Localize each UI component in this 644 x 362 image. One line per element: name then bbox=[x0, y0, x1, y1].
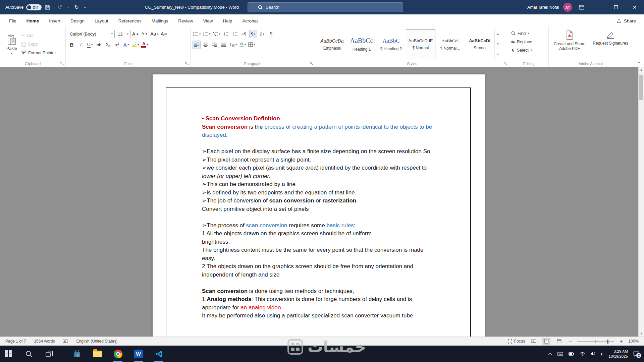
styles-gallery-more-button[interactable]: ▼ bbox=[495, 49, 501, 59]
tab-acrobat[interactable]: Acrobat bbox=[237, 14, 263, 27]
microsoft-store-button[interactable] bbox=[69, 346, 85, 362]
redo-button[interactable]: ↻ bbox=[70, 0, 83, 14]
highlight-color-button[interactable]: ▾ bbox=[131, 41, 140, 49]
undo-caret-icon[interactable]: ▾ bbox=[66, 6, 70, 9]
style-normal-alt[interactable]: AaBbCcI¶ Normal... bbox=[435, 29, 465, 59]
sort-button[interactable]: AZ↓ bbox=[258, 30, 266, 38]
avatar[interactable]: AT bbox=[563, 3, 572, 12]
zoom-slider[interactable] bbox=[577, 338, 614, 345]
bullets-button[interactable]: ▾ bbox=[193, 30, 201, 38]
paragraph-dialog-launcher[interactable] bbox=[310, 62, 313, 65]
superscript-button[interactable]: x2 bbox=[113, 41, 121, 49]
zoom-level[interactable]: 100% bbox=[628, 339, 639, 344]
search-box[interactable]: Search bbox=[248, 2, 403, 12]
start-button[interactable] bbox=[0, 346, 16, 362]
style-strong[interactable]: AaBbCcDiStrong bbox=[465, 29, 494, 59]
proofing-errors-icon[interactable] bbox=[63, 339, 68, 343]
replace-button[interactable]: ⇆ Replace bbox=[511, 38, 546, 46]
multilevel-list-button[interactable]: ▾ bbox=[212, 30, 221, 38]
styles-dialog-launcher[interactable] bbox=[504, 62, 507, 65]
doc-paragraph[interactable]: ➢is defined by its two endpoints and the… bbox=[202, 189, 435, 197]
wifi-icon[interactable] bbox=[580, 352, 585, 356]
tab-file[interactable]: File bbox=[4, 14, 21, 27]
share-button[interactable]: Share bbox=[616, 18, 636, 23]
input-language-indicator[interactable]: ع bbox=[601, 351, 603, 356]
font-color-button[interactable]: A ▾ bbox=[141, 41, 149, 49]
focus-button[interactable]: Focus bbox=[508, 339, 525, 344]
doc-paragraph[interactable]: ➢The pixel cannot represent a single poi… bbox=[202, 156, 435, 164]
scroll-up-arrow-icon[interactable]: ▲ bbox=[639, 67, 644, 73]
doc-paragraph[interactable]: Convert primitive object into a set of p… bbox=[202, 205, 435, 214]
change-case-button[interactable]: Aa▾ bbox=[150, 30, 159, 38]
create-share-pdf-button[interactable]: Create and Share Adobe PDF bbox=[551, 31, 588, 51]
doc-paragraph[interactable]: The brightness content must be the same … bbox=[202, 246, 435, 262]
battery-icon[interactable] bbox=[569, 352, 574, 356]
doc-paragraph[interactable]: ➢Each pixel on the display surface has a… bbox=[202, 147, 435, 156]
subscript-button[interactable]: x2 bbox=[104, 41, 112, 49]
style-emphasis[interactable]: AaBbCcDaEmphasis bbox=[317, 29, 347, 59]
borders-button[interactable]: ▾ bbox=[248, 41, 256, 49]
doc-paragraph[interactable]: ➢we consider each pixel (as unit square … bbox=[202, 164, 435, 180]
increase-indent-button[interactable] bbox=[231, 30, 239, 38]
shading-button[interactable]: ▾ bbox=[238, 41, 247, 49]
doc-paragraph[interactable]: ➢This can be demonstrated by a line bbox=[202, 180, 435, 189]
vscode-button[interactable] bbox=[151, 346, 167, 362]
tab-home[interactable]: Home bbox=[21, 14, 44, 27]
request-signatures-button[interactable]: Request Signatures bbox=[592, 31, 629, 51]
align-left-button[interactable] bbox=[193, 41, 201, 49]
user-name[interactable]: Amal Tarek Nofal bbox=[527, 5, 559, 10]
doc-paragraph[interactable] bbox=[202, 139, 435, 148]
quick-access-caret-icon[interactable]: ▾ bbox=[83, 6, 87, 9]
zoom-slider-thumb[interactable] bbox=[607, 340, 608, 344]
tab-design[interactable]: Design bbox=[65, 14, 90, 27]
language-indicator[interactable]: English (United States) bbox=[76, 339, 117, 344]
tray-expand-button[interactable] bbox=[548, 353, 552, 355]
styles-scroll-down-button[interactable]: ▼ bbox=[495, 39, 501, 49]
taskbar-search-button[interactable] bbox=[20, 346, 37, 362]
word-button[interactable]: W bbox=[130, 346, 147, 362]
tab-mailings[interactable]: Mailings bbox=[147, 14, 173, 27]
show-formatting-marks-button[interactable]: ¶ bbox=[267, 30, 275, 38]
web-layout-button[interactable] bbox=[555, 338, 563, 345]
zoom-out-button[interactable]: – bbox=[568, 339, 573, 344]
tab-view[interactable]: View bbox=[198, 14, 218, 27]
find-button[interactable]: Find▾ bbox=[511, 29, 546, 38]
style-heading-2[interactable]: AaBbC¶ Heading 2 bbox=[376, 29, 406, 59]
strikethrough-button[interactable]: ab bbox=[95, 41, 103, 49]
doc-paragraph[interactable]: brightness. bbox=[202, 238, 435, 246]
styles-scroll-up-button[interactable]: ▲ bbox=[495, 29, 501, 39]
file-explorer-button[interactable] bbox=[89, 346, 106, 362]
ltr-paragraph-button[interactable]: ¶▸ bbox=[249, 30, 257, 38]
paste-button[interactable]: Paste ▾ bbox=[2, 29, 21, 60]
doc-paragraph[interactable] bbox=[202, 279, 435, 287]
close-button[interactable]: ✕ bbox=[625, 0, 644, 14]
volume-icon[interactable] bbox=[590, 352, 595, 356]
font-size-combo[interactable]: 12▾ bbox=[116, 30, 130, 38]
select-button[interactable]: Select▾ bbox=[511, 46, 546, 54]
doc-paragraph[interactable]: Scan conversion is the process of creati… bbox=[202, 123, 435, 139]
touch-keyboard-button[interactable] bbox=[557, 352, 563, 356]
doc-paragraph[interactable]: ➢The process of scan conversion requires… bbox=[202, 222, 435, 230]
line-spacing-button[interactable]: ▾ bbox=[229, 41, 237, 49]
doc-paragraph[interactable]: 1.Analog methods: This conversion is don… bbox=[202, 295, 435, 312]
copy-button[interactable]: Copy bbox=[21, 41, 56, 48]
notification-center-button[interactable]: 2 bbox=[633, 351, 639, 357]
read-mode-button[interactable] bbox=[530, 338, 538, 345]
underline-button[interactable]: U▾ bbox=[86, 41, 94, 49]
grow-font-button[interactable]: A▲ bbox=[131, 30, 140, 38]
tab-review[interactable]: Review bbox=[173, 14, 198, 27]
doc-paragraph[interactable]: 1 All the objects drawn on the graphics … bbox=[202, 230, 435, 238]
doc-paragraph[interactable]: ➢The job of conversion of scan conversio… bbox=[202, 197, 435, 205]
tab-layout[interactable]: Layout bbox=[90, 14, 113, 27]
doc-paragraph[interactable]: 2 The objects drawn on the graphics scre… bbox=[202, 262, 435, 279]
document-page[interactable]: ▪ Scan Conversion DefinitionScan convers… bbox=[153, 74, 485, 337]
tab-help[interactable]: Help bbox=[218, 14, 237, 27]
maximize-button[interactable] bbox=[606, 0, 625, 14]
undo-button[interactable]: ↺ bbox=[54, 0, 66, 14]
save-button[interactable] bbox=[42, 0, 54, 14]
font-dialog-launcher[interactable] bbox=[185, 62, 189, 65]
ribbon-display-options-button[interactable] bbox=[576, 0, 588, 14]
doc-paragraph[interactable]: Scan conversion is done using two method… bbox=[202, 287, 435, 296]
justify-button[interactable] bbox=[220, 41, 228, 49]
clear-formatting-button[interactable]: A bbox=[160, 30, 168, 38]
